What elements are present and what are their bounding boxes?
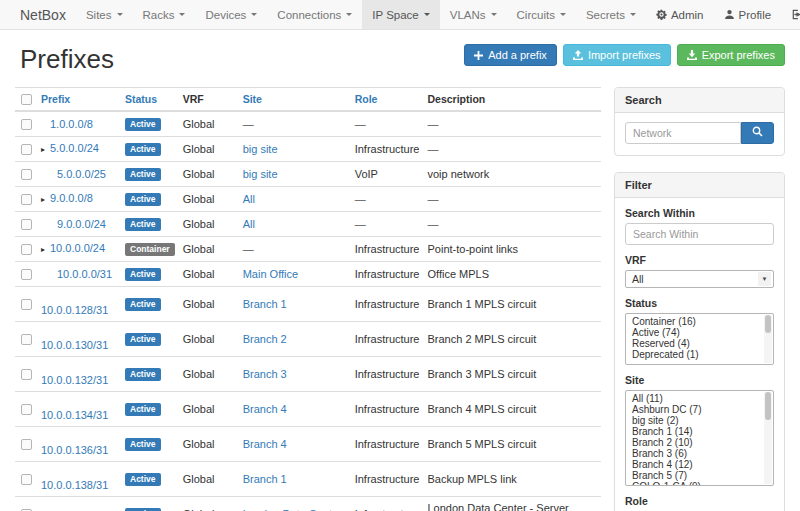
nav-item-secrets[interactable]: Secrets bbox=[576, 0, 646, 29]
vrf-cell: Global bbox=[179, 137, 239, 162]
column-header-site[interactable]: Site bbox=[239, 88, 351, 112]
row-checkbox[interactable] bbox=[21, 474, 32, 485]
prefix-link[interactable]: 10.0.0.128/31 bbox=[41, 304, 108, 316]
site-link[interactable]: All bbox=[243, 218, 255, 230]
vrf-cell: Global bbox=[179, 187, 239, 212]
status-badge[interactable]: Container bbox=[125, 243, 175, 256]
row-checkbox[interactable] bbox=[21, 144, 32, 155]
status-badge[interactable]: Active bbox=[125, 268, 161, 281]
row-checkbox[interactable] bbox=[21, 439, 32, 450]
nav-item-log-out[interactable]: Log out bbox=[781, 0, 800, 29]
scrollbar-thumb[interactable] bbox=[765, 315, 771, 333]
status-option[interactable]: Deprecated (1) bbox=[626, 349, 759, 360]
site-link[interactable]: Branch 2 bbox=[243, 333, 287, 345]
prefix-link[interactable]: 5.0.0.0/25 bbox=[57, 168, 106, 180]
site-link[interactable]: Branch 1 bbox=[243, 473, 287, 485]
status-option[interactable]: Container (16) bbox=[626, 316, 759, 327]
row-checkbox[interactable] bbox=[21, 334, 32, 345]
row-checkbox[interactable] bbox=[21, 169, 32, 180]
status-badge[interactable]: Active bbox=[125, 218, 161, 231]
search-input[interactable] bbox=[625, 122, 741, 144]
site-link[interactable]: Branch 1 bbox=[243, 298, 287, 310]
search-button[interactable] bbox=[741, 122, 774, 144]
nav-item-sites[interactable]: Sites bbox=[76, 0, 133, 29]
nav-item-racks[interactable]: Racks bbox=[133, 0, 196, 29]
status-badge[interactable]: Active bbox=[125, 473, 161, 486]
nav-item-connections[interactable]: Connections bbox=[267, 0, 362, 29]
nav-item-admin[interactable]: Admin bbox=[646, 0, 714, 29]
search-within-input[interactable] bbox=[625, 223, 774, 245]
site-option[interactable]: All (11) bbox=[626, 393, 759, 404]
status-option[interactable]: Reserved (4) bbox=[626, 338, 759, 349]
prefix-link[interactable]: 10.0.0.134/31 bbox=[41, 409, 108, 421]
prefix-link[interactable]: 5.0.0.0/24 bbox=[50, 142, 99, 154]
site-option[interactable]: Branch 5 (7) bbox=[626, 470, 759, 481]
nav-item-devices[interactable]: Devices bbox=[195, 0, 267, 29]
column-header-role[interactable]: Role bbox=[351, 88, 424, 112]
status-badge[interactable]: Active bbox=[125, 118, 161, 131]
column-header-prefix[interactable]: Prefix bbox=[37, 88, 121, 112]
expand-arrow-icon[interactable]: ▸ bbox=[41, 244, 50, 256]
row-checkbox[interactable] bbox=[21, 369, 32, 380]
row-checkbox[interactable] bbox=[21, 244, 32, 255]
prefix-link[interactable]: 10.0.0.138/31 bbox=[41, 479, 108, 491]
row-checkbox[interactable] bbox=[21, 269, 32, 280]
site-link[interactable]: Branch 4 bbox=[243, 403, 287, 415]
site-link[interactable]: Branch 4 bbox=[243, 438, 287, 450]
scrollbar-thumb[interactable] bbox=[765, 392, 771, 420]
site-option[interactable]: Branch 4 (12) bbox=[626, 459, 759, 470]
nav-item-circuits[interactable]: Circuits bbox=[507, 0, 576, 29]
site-link[interactable]: big site bbox=[243, 168, 278, 180]
site-option[interactable]: Branch 2 (10) bbox=[626, 437, 759, 448]
export-prefixes-button[interactable]: Export prefixes bbox=[677, 44, 785, 66]
vrf-select[interactable]: All ▼ bbox=[625, 270, 774, 288]
add-a-prefix-button[interactable]: Add a prefix bbox=[464, 44, 557, 66]
scrollbar-track[interactable] bbox=[764, 392, 772, 484]
site-link[interactable]: Branch 3 bbox=[243, 368, 287, 380]
site-listbox[interactable]: All (11)Ashburn DC (7)big site (2)Branch… bbox=[625, 390, 774, 486]
nav-item-ip-space[interactable]: IP Space bbox=[362, 0, 439, 29]
site-link[interactable]: Main Office bbox=[243, 268, 298, 280]
prefix-link[interactable]: 10.0.0.136/31 bbox=[41, 444, 108, 456]
prefix-link[interactable]: 9.0.0.0/24 bbox=[57, 218, 106, 230]
status-badge[interactable]: Active bbox=[125, 143, 161, 156]
status-option[interactable]: Active (74) bbox=[626, 327, 759, 338]
site-option[interactable]: big site (2) bbox=[626, 415, 759, 426]
scrollbar-track[interactable] bbox=[764, 315, 772, 363]
status-badge[interactable]: Active bbox=[125, 438, 161, 451]
row-checkbox[interactable] bbox=[21, 119, 32, 130]
import-prefixes-button[interactable]: Import prefixes bbox=[563, 44, 671, 66]
row-checkbox[interactable] bbox=[21, 404, 32, 415]
expand-arrow-icon[interactable]: ▸ bbox=[41, 194, 50, 206]
site-option[interactable]: Ashburn DC (7) bbox=[626, 404, 759, 415]
row-checkbox[interactable] bbox=[21, 194, 32, 205]
status-cell: Active bbox=[121, 427, 179, 462]
prefix-link[interactable]: 10.0.0.0/31 bbox=[57, 268, 112, 280]
status-badge[interactable]: Active bbox=[125, 333, 161, 346]
site-option[interactable]: Branch 1 (14) bbox=[626, 426, 759, 437]
site-link[interactable]: All bbox=[243, 193, 255, 205]
column-header-status[interactable]: Status bbox=[121, 88, 179, 112]
brand-netbox[interactable]: NetBox bbox=[10, 0, 76, 29]
prefix-link[interactable]: 10.0.0.132/31 bbox=[41, 374, 108, 386]
status-badge[interactable]: Active bbox=[125, 168, 161, 181]
nav-item-profile[interactable]: Profile bbox=[714, 0, 782, 29]
site-link[interactable]: big site bbox=[243, 143, 278, 155]
row-checkbox[interactable] bbox=[21, 219, 32, 230]
status-badge[interactable]: Active bbox=[125, 368, 161, 381]
status-badge[interactable]: Active bbox=[125, 298, 161, 311]
select-all-checkbox[interactable] bbox=[21, 94, 32, 105]
status-listbox[interactable]: Container (16)Active (74)Reserved (4)Dep… bbox=[625, 313, 774, 365]
action-buttons: Add a prefixImport prefixesExport prefix… bbox=[464, 44, 785, 66]
status-badge[interactable]: Active bbox=[125, 403, 161, 416]
row-checkbox[interactable] bbox=[21, 299, 32, 310]
expand-arrow-icon[interactable]: ▸ bbox=[41, 144, 50, 156]
prefix-link[interactable]: 10.0.0.130/31 bbox=[41, 339, 108, 351]
prefix-link[interactable]: 9.0.0.0/8 bbox=[50, 192, 93, 204]
site-option[interactable]: COLO-1-CA (9) bbox=[626, 481, 759, 486]
prefix-link[interactable]: 10.0.0.0/24 bbox=[50, 242, 105, 254]
nav-item-vlans[interactable]: VLANs bbox=[440, 0, 507, 29]
prefix-link[interactable]: 1.0.0.0/8 bbox=[50, 118, 93, 130]
site-option[interactable]: Branch 3 (6) bbox=[626, 448, 759, 459]
status-badge[interactable]: Active bbox=[125, 193, 161, 206]
